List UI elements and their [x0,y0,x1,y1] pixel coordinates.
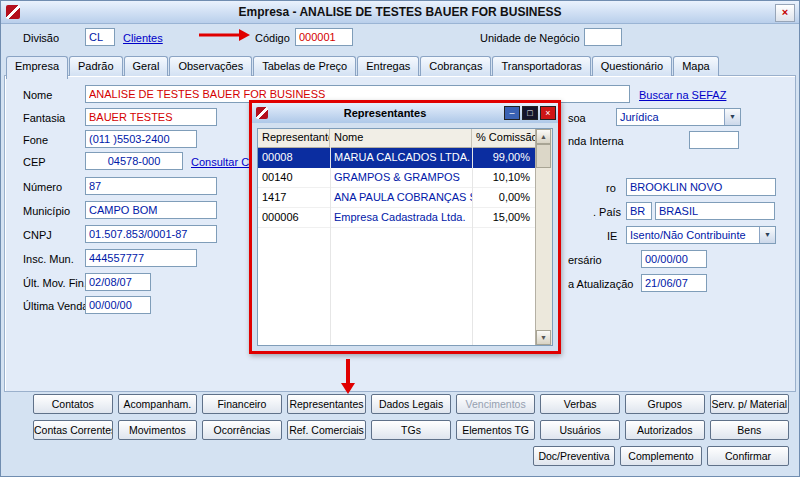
grid-vertical-scrollbar[interactable]: ▲ ▼ [535,129,552,345]
complemento-button[interactable]: Complemento [620,446,702,466]
scrollbar-thumb[interactable] [536,144,551,168]
app-window: Empresa - ANALISE DE TESTES BAUER FOR BU… [0,0,800,477]
pais-name-field[interactable] [655,202,775,220]
aniversario-field[interactable] [641,250,707,268]
column-header-representante[interactable]: Representante [258,129,330,147]
button-row-3: Doc/Preventiva Complemento Confirmar [533,446,789,466]
rep-code: 00008 [258,148,330,167]
bairro-field[interactable] [626,178,776,196]
divisao-field[interactable] [85,28,115,46]
pessoa-label-fragment: soa [568,112,586,124]
numero-field[interactable] [85,177,217,195]
verbas-button[interactable]: Verbas [540,394,620,414]
fone-field[interactable] [85,130,197,148]
fantasia-label: Fantasia [23,112,65,124]
window-close-button[interactable]: × [775,4,795,22]
unidade-negocio-label: Unidade de Negócio [480,32,580,44]
rep-commission: 10,10% [472,168,536,187]
codigo-field[interactable] [295,28,353,46]
contatos-button[interactable]: Contatos [33,394,113,414]
pessoa-dropdown[interactable]: Jurídica ▼ [616,108,741,126]
tab-empresa[interactable]: Empresa [6,56,68,79]
grid-header: Representante Nome % Comissão [258,129,536,148]
dados-legais-button[interactable]: Dados Legais [371,394,451,414]
ie-dropdown[interactable]: Isento/Não Contribuinte ▼ [626,226,776,244]
elementos-tg-button[interactable]: Elementos TG [456,420,536,440]
representante-row[interactable]: 1417 ANA PAULA COBRANÇAS S.A.- 0,00% [258,188,536,208]
confirmar-button[interactable]: Confirmar [707,446,789,466]
insc-mun-field[interactable] [85,249,197,267]
annotation-arrow-codigo [197,27,251,43]
fantasia-field[interactable] [85,108,217,126]
municipio-label: Município [23,205,70,217]
codigo-label: Código [255,32,290,44]
popup-close-button[interactable]: × [540,106,556,120]
tab-tabelas-de-preco[interactable]: Tabelas de Preço [253,56,356,76]
tab-transportadoras[interactable]: Transportadoras [492,56,590,76]
cnpj-field[interactable] [85,225,217,243]
financeiro-button[interactable]: Financeiro [202,394,282,414]
tab-entregas[interactable]: Entregas [357,56,419,76]
bens-button[interactable]: Bens [710,420,790,440]
chevron-down-icon[interactable]: ▼ [724,109,740,125]
tab-mapa[interactable]: Mapa [673,56,719,76]
representante-row[interactable]: 000006 Empresa Cadastrada Ltda. 15,00% [258,208,536,228]
rep-code: 1417 [258,188,330,207]
column-header-nome[interactable]: Nome [330,129,472,147]
ult-mov-fin-field[interactable] [85,273,151,291]
representantes-popup-titlebar[interactable]: Representantes – □ × [252,103,558,123]
movimentos-button[interactable]: Movimentos [118,420,198,440]
button-row-2: Contas Correntes Movimentos Ocorrências … [33,420,789,440]
pais-label-fragment: . País [593,206,621,218]
buscar-sefaz-link[interactable]: Buscar na SEFAZ [639,89,726,101]
clientes-link[interactable]: Clientes [123,32,163,44]
pais-code-field[interactable] [626,202,652,220]
popup-app-icon [256,107,268,119]
autorizados-button[interactable]: Autorizados [625,420,705,440]
cep-label: CEP [23,156,46,168]
ie-dropdown-value: Isento/Não Contribuinte [630,229,746,241]
doc-preventiva-button[interactable]: Doc/Preventiva [533,446,615,466]
tgs-button[interactable]: TGs [371,420,451,440]
popup-minimize-button[interactable]: – [504,106,520,120]
serv-material-button[interactable]: Serv. p/ Material [710,394,790,414]
contas-correntes-button[interactable]: Contas Correntes [33,420,113,440]
grupos-button[interactable]: Grupos [625,394,705,414]
ultima-venda-label: Última Venda [23,300,88,312]
municipio-field[interactable] [85,201,217,219]
unidade-negocio-field[interactable] [584,28,622,46]
scroll-up-icon[interactable]: ▲ [536,129,551,144]
ref-comerciais-button[interactable]: Ref. Comerciais [287,420,367,440]
ie-label-fragment: IE [607,230,617,242]
atualizacao-field[interactable] [641,274,707,292]
annotation-arrow-representantes [339,357,357,395]
representantes-popup: Representantes – □ × Representante Nome … [249,100,561,354]
tab-questionario[interactable]: Questionário [592,56,672,76]
representante-row[interactable]: 00140 GRAMPOS & GRAMPOS 10,10% [258,168,536,188]
venda-interna-field[interactable] [689,131,739,149]
numero-label: Número [23,181,62,193]
acompanham-button[interactable]: Acompanham. [118,394,198,414]
rep-name: GRAMPOS & GRAMPOS [330,168,472,187]
ultima-venda-field[interactable] [85,296,151,314]
nome-label: Nome [23,89,52,101]
rep-code: 00140 [258,168,330,187]
scroll-down-icon[interactable]: ▼ [536,330,551,345]
column-header-comissao[interactable]: % Comissão [472,129,536,147]
tab-cobrancas[interactable]: Cobranças [420,56,491,76]
ocorrencias-button[interactable]: Ocorrências [202,420,282,440]
tab-padrao[interactable]: Padrão [69,56,122,76]
tab-observacoes[interactable]: Observações [169,56,252,76]
rep-commission: 99,00% [472,148,536,167]
tab-geral[interactable]: Geral [124,56,169,76]
title-bar[interactable]: Empresa - ANALISE DE TESTES BAUER FOR BU… [1,1,799,24]
ult-mov-fin-label: Últ. Mov. Fin. [23,277,87,289]
bairro-label-fragment: ro [606,182,616,194]
usuarios-button[interactable]: Usuários [540,420,620,440]
representantes-button[interactable]: Representantes [287,394,367,414]
representante-row[interactable]: 00008 MARUA CALCADOS LTDA. 99,00% [258,148,536,168]
popup-maximize-button[interactable]: □ [522,106,538,120]
cnpj-label: CNPJ [23,229,52,241]
chevron-down-icon[interactable]: ▼ [759,227,775,243]
cep-field[interactable] [85,152,183,170]
